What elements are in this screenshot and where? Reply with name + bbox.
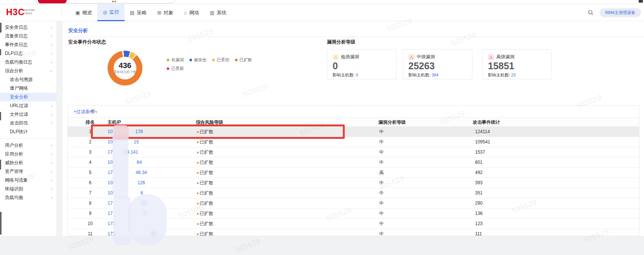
sidebar-item-asset-mgmt[interactable]: 资产管理› [0,167,56,176]
chevron-down-icon: › [47,70,56,72]
chevron-right-icon: › [51,167,52,176]
section-title-vuln: 漏洞分析等级 [327,39,355,45]
vuln-cell: 中 [379,127,384,137]
vuln-cell: 中 [379,178,384,188]
col-vuln-level: 漏洞分析等级 [378,118,406,127]
legend-item-attacked[interactable]: 被攻击 [189,57,206,63]
chevron-right-icon: › [51,193,52,202]
donut-caption: 受影响主机个数 [114,70,136,75]
tiny-green-dot [114,1,116,2]
attacks-cell: 290 [475,198,483,208]
attacks-cell: 123 [475,219,483,229]
ip-blur-overlay-pink [114,126,129,140]
vuln-cell: 中 [379,229,384,236]
system-icon: ▥ [210,10,214,16]
sidebar-item-dlp-stats[interactable]: DLP统计 [0,128,56,136]
rank-cell: 6 [79,178,101,188]
sidebar-item-user-analysis[interactable]: 用户分析› [0,141,56,150]
attacks-cell: 111 [475,229,482,236]
tab-objects[interactable]: ⊞对象 [152,4,179,21]
browser-edge-strip [0,0,644,4]
chevron-right-icon: › [51,119,52,128]
table-row[interactable]: 5 17 46.34 ●已扩散 高 492 [68,168,639,178]
tab-system[interactable]: ▥系统 [205,4,232,21]
gear-icon[interactable] [91,109,96,114]
attacks-cell: 393 [475,178,483,188]
tab-monitor[interactable]: ◎监控 [97,4,124,21]
sidebar-item-lb-logs[interactable]: 负载均衡日志› [0,58,56,67]
tab-overview[interactable]: ▣概览 [70,4,97,21]
risk-cell: ●已扩散 [197,178,213,188]
legend-item-spread[interactable]: 已扩散 [235,57,252,63]
item-label: DLP日志 [5,51,23,56]
ip-link[interactable]: 10 [108,178,113,188]
sidebar-item-attack-trace[interactable]: 攻击与溯源 [0,75,56,84]
sidebar-item-attack-prevention[interactable]: 攻击防范› [0,119,56,128]
page-footer-area [0,236,644,255]
donut-center: 436 受影响主机个数 [114,57,136,79]
legend-item-damaged[interactable]: 已受损 [167,66,184,72]
sidebar-item-url-filter[interactable]: URL过滤› [0,101,56,110]
sidebar-item-botnet[interactable]: 僵尸网络 [0,84,56,93]
sidebar-item-file-filter[interactable]: 文件过滤› [0,110,56,119]
legend-item-controlled[interactable]: 已受控 [212,57,229,63]
tab-policy[interactable]: ▤策略 [125,4,152,21]
sidebar-item-app-analysis[interactable]: 应用分析› [0,150,56,159]
risk-label: 已扩散 [200,149,213,155]
ip-link[interactable]: 46.34 [136,168,147,178]
rank-cell: 9 [79,208,101,219]
item-label: 文件过滤 [10,112,28,117]
layout-gap [57,21,63,255]
ip-link[interactable]: 17 [108,198,113,208]
sidebar-item-load-balance[interactable]: 负载均衡› [0,193,56,202]
left-edge-fragment [0,49,1,55]
risk-cell: ●已扩散 [197,219,213,229]
ip-link[interactable]: 10 [108,188,113,198]
ip-link[interactable]: 17 [108,147,113,157]
rbm-master-badge[interactable]: RBM主管理设备 [600,8,641,17]
ip-link[interactable]: 10 [108,157,113,168]
ip-link[interactable]: 64 [137,157,142,168]
tab-label: 策略 [137,9,147,16]
table-row[interactable]: 6 10 126 ●已扩散 中 393 [68,178,639,188]
search-icon[interactable] [588,10,594,16]
attacks-cell: 109541 [475,137,490,147]
chevron-right-icon: › [51,101,52,110]
risk-cell: ●已扩散 [197,157,213,168]
orange-dot-icon: ● [197,191,199,195]
card-high-vuln: △高级漏洞 15851 影响主机数: 23 [482,49,552,79]
table-row[interactable]: 3 17 34.141 ●已扩散 中 1537 [68,147,639,157]
warning-icon-low: △ [333,54,339,60]
sidebar-item-security-analysis[interactable]: 安全分析 [0,93,56,101]
risk-label: 已扩散 [200,139,213,145]
ip-link[interactable]: 17 [108,168,113,178]
left-edge-fragment [0,23,2,33]
attacks-cell: 124114 [475,127,490,137]
risk-label: 已扩散 [200,170,213,175]
top-right-fragment [639,0,643,3]
monitor-icon: ▣ [75,10,80,16]
legend-item-vulnerable[interactable]: 有漏洞 [167,57,184,63]
sidebar-item-threat-analysis[interactable]: 威胁分析› [0,159,56,167]
security-event-donut-chart: 436 受影响主机个数 [108,51,142,86]
nav-divider [61,9,62,16]
tab-network[interactable]: ⌂网络 [179,4,205,21]
risk-label: 已扩散 [200,160,213,165]
chevron-right-icon: › [51,150,52,159]
sidebar-item-dlp-logs[interactable]: DLP日志› [0,49,56,58]
table-row[interactable]: 4 10 64 ●已扩散 中 801 [68,157,639,168]
sidebar-item-network-traffic[interactable]: 网络与流量› [0,176,56,185]
item-label: 安全类日志 [5,25,28,30]
risk-label: 已扩散 [200,180,213,185]
sidebar-item-comprehensive-analysis[interactable]: 综合分析› [0,67,56,75]
ip-link[interactable]: 126 [138,178,145,188]
hosts-label: 影响主机数: [333,73,355,77]
home-network-icon: ⌂ [184,10,187,16]
chevron-right-icon: › [51,32,52,40]
nav-tabs: ▣概览 ◎监控 ▤策略 ⊞对象 ⌂网络 ▥系统 [70,4,232,21]
sidebar-item-event-logs[interactable]: 事件类日志› [0,40,56,49]
chevron-right-icon: › [51,141,52,150]
sidebar-item-terminal-ident[interactable]: 终端识别› [0,185,56,193]
sidebar-item-traffic-logs[interactable]: 流量类日志› [0,32,56,40]
sidebar-item-security-logs[interactable]: 安全类日志› [0,23,56,32]
